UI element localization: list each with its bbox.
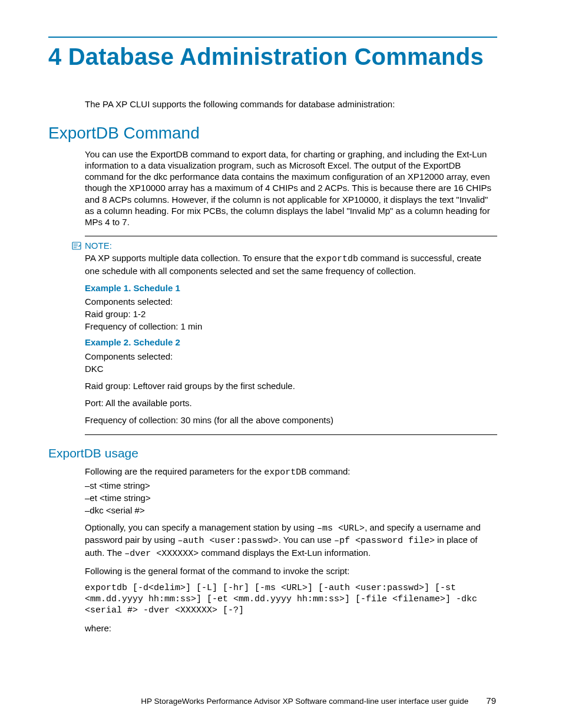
- usage-opt-c1: –ms <URL>: [317, 523, 365, 533]
- usage-intro-before: Following are the required parameters fo…: [85, 466, 264, 476]
- example1-line1: Components selected:: [85, 296, 497, 307]
- example1-line3: Frequency of collection: 1 min: [85, 321, 497, 332]
- example2-body-top: Components selected: DKC: [85, 351, 497, 374]
- section-exportdb-title: ExportDB Command: [48, 123, 497, 144]
- usage-format-cmd: exportdb [-d<delim>] [-L] [-hr] [-ms <UR…: [85, 582, 497, 617]
- note-code: exportdb: [316, 254, 358, 264]
- note-bottom-rule: [85, 434, 497, 435]
- usage-p2: –et <time string>: [85, 492, 497, 503]
- usage-opt-t1: Optionally, you can specify a management…: [85, 522, 317, 532]
- usage-p1: –st <time string>: [85, 480, 497, 491]
- usage-intro-code: exportDB: [264, 467, 306, 477]
- usage-opt-c3: –pf <password file>: [334, 536, 435, 546]
- top-rule: [48, 37, 497, 38]
- usage-p3: –dkc <serial #>: [85, 505, 497, 516]
- usage-opt-c4: –dver <XXXXXX>: [124, 549, 199, 559]
- subsection-usage-title: ExportDB usage: [48, 446, 497, 462]
- example2-port: Port: All the available ports.: [85, 397, 497, 409]
- note-icon: [72, 242, 81, 250]
- section-exportdb-para: You can use the ExportDB command to expo…: [85, 149, 497, 228]
- usage-opt-t5: command displays the Ext-Lun information…: [199, 548, 371, 558]
- usage-format-intro: Following is the general format of the c…: [85, 565, 497, 577]
- intro-text: The PA XP CLUI supports the following co…: [85, 98, 497, 110]
- example2-freq: Frequency of collection: 30 mins (for al…: [85, 414, 497, 426]
- note-text: PA XP supports multiple data collection.…: [85, 252, 497, 276]
- chapter-name: Database Administration Commands: [68, 44, 484, 70]
- usage-intro-after: command:: [306, 466, 350, 476]
- example1-line2: Raid group: 1-2: [85, 308, 497, 319]
- usage-optional: Optionally, you can specify a management…: [85, 522, 497, 559]
- usage-params: Following are the required parameters fo…: [85, 466, 497, 516]
- footer-text: HP StorageWorks Performance Advisor XP S…: [141, 697, 468, 706]
- chapter-title: 4 Database Administration Commands: [48, 44, 497, 70]
- usage-opt-c2: –auth <user:passwd>: [178, 536, 279, 546]
- note-text-before: PA XP supports multiple data collection.…: [85, 253, 316, 263]
- chapter-number: 4: [48, 44, 61, 70]
- usage-intro: Following are the required parameters fo…: [85, 466, 497, 478]
- example2-title: Example 2. Schedule 2: [85, 337, 497, 348]
- example2-raid: Raid group: Leftover raid groups by the …: [85, 380, 497, 391]
- usage-where: where:: [85, 622, 497, 634]
- note-top-rule: [85, 236, 497, 236]
- note-label: NOTE:: [85, 240, 112, 251]
- page-footer: HP StorageWorks Performance Advisor XP S…: [141, 696, 496, 706]
- example1-title: Example 1. Schedule 1: [85, 282, 497, 294]
- usage-opt-t3: . You can use: [279, 535, 334, 545]
- example1-body: Components selected: Raid group: 1-2 Fre…: [85, 296, 497, 332]
- example2-line2: DKC: [85, 363, 497, 374]
- example2-line1: Components selected:: [85, 351, 497, 362]
- note-header: NOTE:: [72, 240, 497, 251]
- footer-page: 79: [486, 696, 496, 706]
